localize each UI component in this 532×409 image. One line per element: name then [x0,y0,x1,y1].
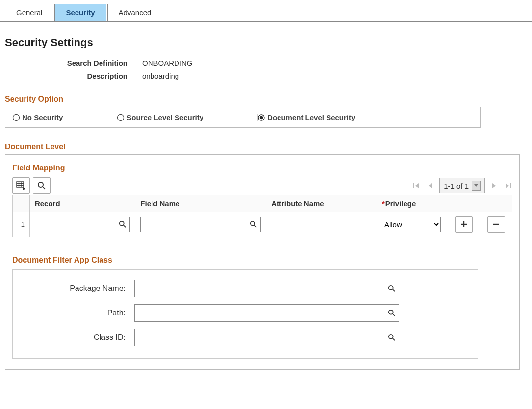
document-level-box: Field Mapping [5,154,520,370]
col-rownum [13,195,30,212]
tab-advanced-prefix: Adva [119,8,135,17]
class-id-input[interactable] [135,329,399,346]
search-definition-value: ONBOARDING [142,59,193,67]
tab-advanced[interactable]: Advanced [107,4,163,21]
svg-point-16 [251,221,255,226]
col-field-name[interactable]: Field Name [135,195,266,212]
package-name-input[interactable] [135,280,399,297]
security-option-heading: Security Option [5,95,527,104]
radio-source-level-label: Source Level Security [127,113,203,121]
path-lookup[interactable] [134,304,399,322]
minus-icon [492,220,500,228]
radio-document-level[interactable]: Document Level Security [257,113,355,121]
plus-icon [460,220,468,228]
pager-first-icon[interactable] [412,182,421,189]
svg-point-23 [389,310,393,314]
pager[interactable]: 1-1 of 1 [439,178,485,193]
radio-unchecked-icon [12,114,20,121]
record-lookup[interactable] [35,217,130,232]
grid-row: 1 [13,212,512,237]
col-delete [480,195,512,212]
svg-point-0 [13,114,20,120]
required-indicator: * [382,199,385,208]
search-definition-label: Search Definition [5,59,142,67]
tab-security[interactable]: Security [54,4,106,21]
svg-point-21 [389,286,393,290]
tab-general[interactable]: General [5,4,53,21]
svg-rect-5 [17,182,24,183]
svg-point-10 [38,182,43,187]
tab-advanced-suffix: ced [139,8,151,17]
class-id-lookup[interactable] [134,329,399,346]
description-value: onboarding [142,72,179,80]
privilege-select[interactable]: Allow [382,217,441,232]
svg-point-4 [260,116,263,119]
grid-action-button[interactable] [12,177,30,194]
search-icon[interactable] [388,334,396,341]
grid-toolbar: 1-1 of 1 [12,177,512,194]
svg-rect-6 [17,184,24,185]
col-privilege-label: Privilege [385,199,416,208]
package-name-lookup[interactable] [134,280,399,297]
record-input[interactable] [35,217,129,232]
search-icon[interactable] [250,220,257,228]
grid-action-icon [16,181,26,190]
search-icon [37,181,46,190]
svg-line-22 [393,289,395,291]
grid-header-row: Record Field Name Attribute Name *Privil… [13,195,512,212]
delete-row-button[interactable] [487,216,505,233]
row-number: 1 [13,212,30,237]
grid-find-button[interactable] [33,177,51,194]
tab-advanced-key: n [135,8,139,17]
tab-bar: General Security Advanced [0,0,532,22]
filter-app-class-box: Package Name: Path: Class ID [12,269,478,359]
radio-source-level[interactable]: Source Level Security [117,113,203,121]
attribute-name-cell [266,212,377,237]
radio-no-security-label: No Security [22,113,63,121]
tab-general-prefix: Genera [16,8,41,17]
search-icon[interactable] [388,309,396,317]
col-record[interactable]: Record [29,195,135,212]
class-id-label: Class ID: [22,333,134,342]
svg-line-15 [124,225,126,227]
document-level-heading: Document Level [5,143,527,151]
field-mapping-heading: Field Mapping [12,164,512,172]
page-title: Security Settings [5,36,527,49]
search-icon[interactable] [388,285,396,292]
pager-next-icon[interactable] [490,182,499,189]
radio-document-level-label: Document Level Security [267,113,355,121]
svg-line-11 [43,187,45,189]
svg-point-25 [389,335,393,339]
svg-point-14 [120,221,124,226]
tab-security-label: Security [66,8,95,17]
svg-line-26 [393,338,395,340]
radio-checked-icon [257,114,265,121]
col-privilege[interactable]: *Privilege [377,195,448,212]
svg-point-1 [118,114,124,120]
path-label: Path: [22,309,134,317]
svg-line-24 [393,314,395,316]
path-input[interactable] [135,305,399,321]
filter-app-class-heading: Document Filter App Class [12,256,512,265]
svg-line-17 [254,225,256,227]
radio-no-security[interactable]: No Security [12,113,63,121]
pager-prev-icon[interactable] [426,182,434,189]
col-add [448,195,480,212]
svg-rect-13 [510,183,511,188]
pager-last-icon[interactable] [504,182,512,189]
col-attribute-name[interactable]: Attribute Name [266,195,377,212]
field-name-input[interactable] [141,217,260,232]
field-mapping-grid: Record Field Name Attribute Name *Privil… [12,195,512,237]
svg-rect-12 [413,183,414,188]
field-name-lookup[interactable] [140,217,261,232]
add-row-button[interactable] [455,216,473,233]
search-icon[interactable] [119,220,127,228]
description-label: Description [5,72,142,80]
tab-general-key: l [41,8,42,17]
svg-rect-7 [17,186,24,187]
security-option-group: No Security Source Level Security Docume… [5,107,481,128]
pager-text: 1-1 of 1 [444,182,469,190]
pager-dropdown-icon[interactable] [472,181,481,191]
radio-unchecked-icon [117,114,125,121]
package-name-label: Package Name: [22,284,134,293]
